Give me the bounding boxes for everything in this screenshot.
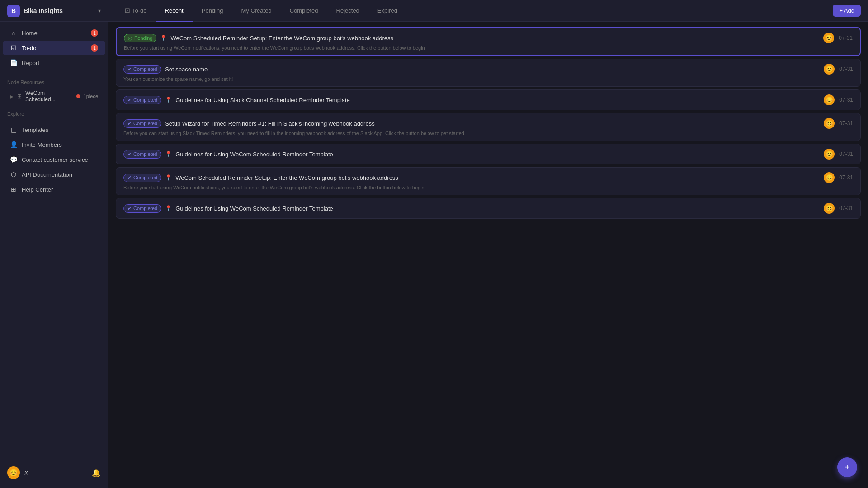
app-logo: B (7, 5, 20, 17)
check-circle-icon: ✔ (127, 151, 132, 157)
task-date: 07-31 (839, 174, 853, 181)
home-badge: 1 (91, 29, 98, 37)
sidebar-item-label: Help Center (22, 186, 53, 193)
tab-label: Expired (377, 7, 397, 14)
task-title-row: ✔ Completed 📍 Guidelines for Using WeCom… (123, 150, 819, 159)
task-title-row: ✔ Completed 📍 Guidelines for Using Slack… (123, 96, 819, 104)
sidebar-item-label: API Documentation (22, 171, 72, 178)
todo-icon: ☑ (10, 44, 17, 52)
task-title-row: ✔ Completed Set space name (123, 65, 819, 74)
tab-recent[interactable]: Recent (156, 0, 193, 22)
sidebar-item-label: Report (22, 60, 39, 66)
bell-icon[interactable]: 🔔 (92, 469, 101, 477)
help-icon: ⊞ (10, 186, 17, 193)
sidebar-item-home[interactable]: ⌂ Home 1 (3, 26, 105, 40)
status-badge: ◎ Pending (124, 34, 156, 42)
pin-icon: 📍 (165, 174, 172, 181)
tab-pending[interactable]: Pending (193, 0, 232, 22)
tab-rejected[interactable]: Rejected (327, 0, 368, 22)
node-resources-label: Node Resources (0, 74, 108, 87)
task-meta: 😊 07-31 (824, 172, 853, 183)
sidebar-bottom: 😊 X 🔔 (0, 457, 108, 488)
chevron-down-icon: ▾ (98, 8, 101, 14)
task-title-row: ◎ Pending 📍 WeCom Scheduled Reminder Set… (124, 34, 819, 42)
task-date: 07-31 (839, 151, 853, 157)
task-title: Setup Wizard for Timed Reminders #1: Fil… (165, 120, 374, 127)
task-meta: 😊 07-31 (824, 203, 853, 214)
task-card[interactable]: ✔ Completed Setup Wizard for Timed Remin… (116, 113, 861, 141)
sidebar-item-report[interactable]: 📄 Report (3, 56, 105, 70)
task-card[interactable]: ✔ Completed 📍 Guidelines for Using Slack… (116, 89, 861, 110)
task-card[interactable]: ✔ Completed 📍 Guidelines for Using WeCom… (116, 198, 861, 219)
task-card[interactable]: ✔ Completed 📍 WeCom Scheduled Reminder S… (116, 167, 861, 195)
task-avatar: 😊 (824, 172, 835, 183)
task-row: ✔ Completed 📍 Guidelines for Using WeCom… (123, 149, 853, 160)
sidebar-item-contact-customer-service[interactable]: 💬 Contact customer service (3, 152, 105, 167)
sidebar-item-todo[interactable]: ☑ To-do 1 (3, 41, 105, 55)
task-meta: 😊 07-31 (824, 64, 853, 75)
task-avatar: 😊 (824, 64, 835, 75)
tab-label: Completed (290, 7, 318, 14)
tab-my-created[interactable]: My Created (232, 0, 280, 22)
top-nav: ☑ To-do Recent Pending My Created Comple… (108, 0, 868, 22)
tab-label: Pending (202, 7, 223, 14)
todo-badge: 1 (91, 44, 98, 52)
check-circle-icon: ✔ (127, 121, 132, 127)
node-badge-dot (76, 94, 80, 98)
pin-icon: 📍 (165, 151, 172, 157)
task-meta: 😊 07-31 (824, 118, 853, 129)
task-card[interactable]: ✔ Completed 📍 Guidelines for Using WeCom… (116, 144, 861, 164)
sidebar: B Bika Insights ▾ ⌂ Home 1 ☑ To-do 1 📄 R… (0, 0, 108, 488)
badge-label: Completed (133, 206, 157, 211)
contact-icon: 💬 (10, 156, 17, 163)
tab-completed[interactable]: Completed (281, 0, 327, 22)
avatar: 😊 (7, 466, 20, 479)
sidebar-item-help-center[interactable]: ⊞ Help Center (3, 182, 105, 197)
explore-label: Explore (0, 106, 108, 118)
task-avatar: 😊 (824, 94, 835, 105)
pin-icon: 📍 (165, 97, 172, 103)
task-meta: 😊 07-31 (823, 33, 853, 43)
task-avatar: 😊 (824, 149, 835, 160)
badge-label: Completed (133, 97, 157, 103)
status-badge: ✔ Completed (123, 174, 161, 182)
task-avatar: 😊 (824, 203, 835, 214)
task-meta: 😊 07-31 (824, 149, 853, 160)
sidebar-item-api-docs[interactable]: ⬡ API Documentation (3, 167, 105, 182)
task-title-row: ✔ Completed 📍 WeCom Scheduled Reminder S… (123, 174, 819, 182)
status-badge: ✔ Completed (123, 65, 161, 74)
sidebar-item-templates[interactable]: ◫ Templates (3, 122, 105, 137)
task-title: WeCom Scheduled Reminder Setup: Enter th… (170, 35, 393, 42)
badge-label: Pending (134, 35, 152, 41)
tab-todo[interactable]: ☑ To-do (116, 0, 156, 22)
node-item-label: WeCom Scheduled... (25, 90, 73, 103)
check-circle-icon: ✔ (127, 206, 132, 211)
fab-button[interactable]: + (837, 457, 857, 477)
tab-expired[interactable]: Expired (368, 0, 406, 22)
sidebar-header[interactable]: B Bika Insights ▾ (0, 0, 108, 22)
badge-label: Completed (133, 66, 157, 72)
sidebar-item-label: Contact customer service (22, 156, 88, 163)
status-badge: ✔ Completed (123, 204, 161, 213)
task-row: ◎ Pending 📍 WeCom Scheduled Reminder Set… (124, 33, 853, 43)
task-title: WeCom Scheduled Reminder Setup: Enter th… (175, 174, 398, 181)
badge-label: Completed (133, 121, 157, 126)
node-item-wecom[interactable]: ▶ ⊞ WeCom Scheduled... 1piece (3, 87, 105, 105)
task-row: ✔ Completed Setup Wizard for Timed Remin… (123, 118, 853, 129)
todo-tab-icon: ☑ (125, 7, 130, 14)
tab-label: My Created (241, 7, 271, 14)
user-row[interactable]: 😊 X 🔔 (0, 463, 108, 483)
triangle-icon: ▶ (10, 94, 14, 99)
add-button[interactable]: + Add (833, 5, 861, 17)
task-title: Guidelines for Using WeCom Scheduled Rem… (175, 205, 333, 212)
check-icon: ◎ (128, 35, 132, 41)
sidebar-item-invite-members[interactable]: 👤 Invite Members (3, 137, 105, 152)
task-row: ✔ Completed 📍 WeCom Scheduled Reminder S… (123, 172, 853, 183)
sidebar-item-label: To-do (22, 45, 37, 52)
task-avatar: 😊 (823, 33, 834, 43)
task-subtitle: Before you start using WeCom notificatio… (124, 45, 853, 51)
task-card[interactable]: ✔ Completed Set space name 😊 07-31 You c… (116, 59, 861, 87)
task-date: 07-31 (839, 35, 853, 41)
task-title-row: ✔ Completed Setup Wizard for Timed Remin… (123, 119, 819, 128)
task-card[interactable]: ◎ Pending 📍 WeCom Scheduled Reminder Set… (116, 27, 861, 56)
